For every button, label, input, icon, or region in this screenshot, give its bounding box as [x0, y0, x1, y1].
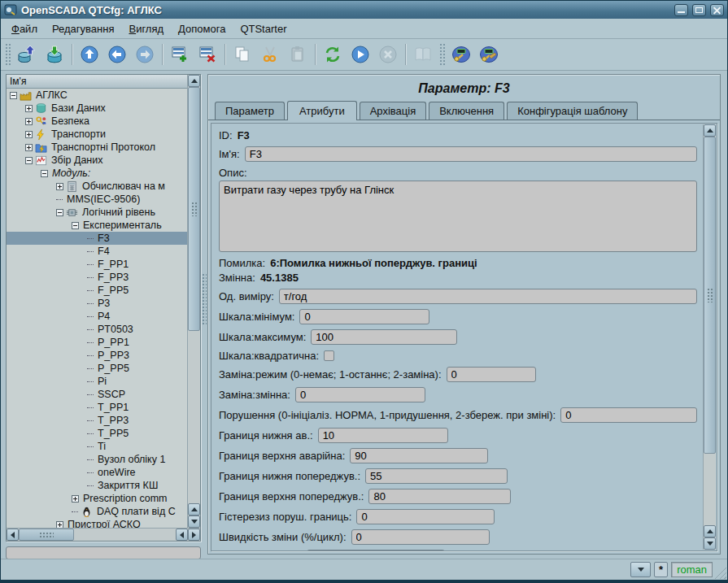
tree-item[interactable]: Експерименталь — [7, 219, 187, 232]
tree-vertical-scrollbar[interactable] — [187, 75, 200, 528]
tree-item[interactable]: Закриття КШ — [7, 479, 187, 492]
menu-view[interactable]: Вигляд — [121, 20, 171, 37]
minimize-icon[interactable] — [674, 4, 688, 16]
scroll-left-icon[interactable] — [176, 529, 188, 541]
load-from-db-icon[interactable] — [14, 42, 40, 67]
alarm-low-input[interactable] — [318, 428, 448, 443]
copy-icon[interactable] — [229, 42, 255, 67]
scrollbar-thumb[interactable] — [19, 529, 74, 541]
tree-item[interactable]: Pi — [7, 375, 187, 388]
subst-mode-input[interactable] — [447, 367, 536, 382]
qtstarter-config-icon[interactable] — [448, 42, 474, 67]
name-input[interactable] — [245, 146, 697, 162]
scroll-down-icon[interactable] — [704, 537, 716, 550]
tree-horizontal-scrollbar[interactable] — [7, 528, 200, 541]
tab-template-config[interactable]: Конфігурація шаблону — [507, 102, 638, 120]
scroll-down-icon[interactable] — [188, 516, 200, 528]
tab-enable[interactable]: Включення — [429, 102, 504, 120]
scrollbar-track[interactable] — [188, 331, 200, 503]
violation-input[interactable] — [560, 407, 697, 423]
tree-item[interactable]: Prescription comm — [7, 492, 187, 505]
tree-item[interactable]: Бази Даних — [7, 102, 187, 115]
tree-item[interactable]: T_PP1 — [7, 401, 187, 414]
tree-item[interactable]: F_PP1 — [7, 258, 187, 271]
tree-item[interactable]: P3 — [7, 297, 187, 310]
scrollbar-thumb[interactable] — [704, 137, 716, 454]
scroll-up-icon[interactable] — [704, 124, 716, 137]
scroll-up-icon[interactable] — [188, 503, 200, 516]
scrollbar-thumb[interactable] — [188, 87, 200, 331]
tab-archiving[interactable]: Архівація — [360, 102, 427, 120]
collapse-icon[interactable] — [72, 222, 79, 229]
back-icon[interactable] — [104, 42, 130, 67]
collapse-icon[interactable] — [10, 92, 17, 99]
tree-item[interactable]: T_PP5 — [7, 427, 187, 440]
tree-item[interactable]: Транспортні Протокол — [7, 141, 187, 154]
start-icon[interactable] — [347, 42, 373, 67]
paste-icon[interactable] — [285, 42, 311, 67]
alarm-high-input[interactable] — [350, 448, 488, 463]
tree-item[interactable]: SSCP — [7, 388, 187, 401]
tree-item-selected[interactable]: F3 — [7, 232, 187, 245]
panel-splitter[interactable] — [201, 74, 207, 559]
tree-item[interactable]: Обчислювач на м — [7, 180, 187, 193]
tree-filter-input[interactable] — [6, 546, 201, 559]
refresh-icon[interactable] — [320, 42, 346, 67]
tree-item[interactable]: Модуль: — [7, 167, 187, 180]
modified-indicator-button[interactable]: * — [654, 562, 668, 577]
warn-low-input[interactable] — [365, 468, 508, 484]
scrollbar-track[interactable] — [74, 529, 176, 541]
unit-input[interactable] — [279, 289, 697, 304]
user-combobox[interactable] — [630, 562, 651, 577]
expand-icon[interactable] — [25, 118, 33, 125]
tree-item[interactable]: Пристрої АСКО — [7, 518, 187, 528]
collapse-icon[interactable] — [25, 157, 33, 164]
tree-item[interactable]: F_PP3 — [7, 271, 187, 284]
tree-item[interactable]: P_PP1 — [7, 336, 187, 349]
forward-icon[interactable] — [132, 42, 158, 67]
tree-item[interactable]: Логічний рівень — [7, 206, 187, 219]
tree-item[interactable]: Ti — [7, 440, 187, 453]
tree-item[interactable]: Збір Даних — [7, 154, 187, 167]
tree-item[interactable]: F4 — [7, 245, 187, 258]
delete-item-icon[interactable] — [194, 42, 220, 67]
precision-input[interactable] — [307, 550, 445, 550]
menu-qtstarter[interactable]: QTStarter — [233, 20, 294, 37]
tree-item[interactable]: MMS(IEC-9506) — [7, 193, 187, 206]
scale-quadratic-checkbox[interactable] — [324, 350, 334, 361]
tree-item[interactable]: Вузол обліку 1 — [7, 453, 187, 466]
collapse-icon[interactable] — [41, 170, 48, 177]
resize-grip[interactable] — [714, 567, 726, 579]
menu-file[interactable]: Файл — [4, 20, 45, 37]
maximize-icon[interactable] — [692, 4, 706, 16]
scale-max-input[interactable] — [311, 329, 457, 345]
expand-icon[interactable] — [25, 144, 33, 151]
qtstarter-vision-icon[interactable] — [476, 42, 502, 67]
warn-high-input[interactable] — [368, 489, 511, 504]
add-item-icon[interactable] — [167, 42, 193, 67]
tree-item[interactable]: F_PP5 — [7, 284, 187, 297]
collapse-icon[interactable] — [56, 209, 63, 216]
cut-icon[interactable] — [257, 42, 283, 67]
tab-parameter[interactable]: Параметр — [215, 102, 285, 120]
scroll-up-icon[interactable] — [188, 75, 200, 87]
subst-var-input[interactable] — [295, 387, 425, 402]
toolbar-drag-handle[interactable] — [5, 43, 11, 66]
manual-icon[interactable] — [410, 42, 436, 67]
hysteresis-input[interactable] — [356, 509, 495, 524]
close-icon[interactable] — [710, 4, 724, 16]
tree-item[interactable]: T_PP3 — [7, 414, 187, 427]
speed-input[interactable] — [351, 529, 490, 545]
tree-header[interactable]: Ім'я — [7, 75, 187, 89]
expand-icon[interactable] — [72, 495, 79, 503]
expand-icon[interactable] — [25, 131, 33, 138]
tree-item[interactable]: АГЛКС — [7, 89, 187, 102]
scroll-right-icon[interactable] — [188, 529, 200, 541]
tree-item[interactable]: Транспорти — [7, 128, 187, 141]
tree-item[interactable]: DAQ плати від С — [7, 505, 187, 518]
scroll-left-icon[interactable] — [7, 529, 19, 541]
toolbar-drag-handle[interactable] — [439, 43, 445, 66]
save-to-db-icon[interactable] — [41, 42, 68, 67]
expand-icon[interactable] — [56, 521, 63, 529]
menu-edit[interactable]: Редагування — [45, 20, 122, 37]
